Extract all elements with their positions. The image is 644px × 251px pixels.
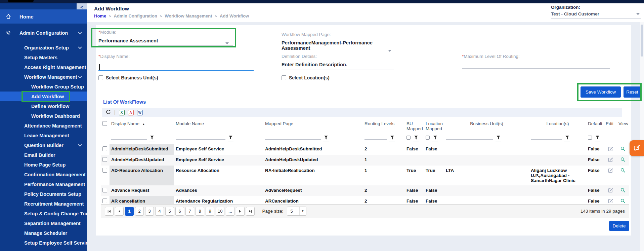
select-location-checkbox[interactable]: [282, 75, 286, 80]
sidebar-item-question-builder[interactable]: Question Builder: [0, 140, 87, 150]
view-icon[interactable]: [620, 146, 626, 152]
module-value[interactable]: Performance Assessment: [98, 38, 233, 43]
column-header-location-mapped[interactable]: Location Mapped: [426, 121, 443, 131]
row-checkbox[interactable]: [102, 146, 107, 151]
column-header-edit[interactable]: Edit: [606, 121, 613, 126]
edit-icon[interactable]: [608, 146, 613, 152]
page-button-5[interactable]: 5: [165, 207, 174, 216]
organization-select[interactable]: Test - Cloud Customer: [551, 11, 641, 19]
view-icon[interactable]: [620, 199, 626, 205]
first-page-button[interactable]: [105, 207, 114, 216]
filter-input-routing-levels[interactable]: [364, 135, 387, 140]
sidebar-item-setup-config-change-trac[interactable]: Setup & Config Change Trac...: [0, 209, 87, 218]
sidebar-item-admin-configuration[interactable]: Admin Configuration: [0, 28, 87, 38]
filter-checkbox-default[interactable]: [588, 136, 592, 140]
column-header-module-name[interactable]: Module Name: [176, 121, 204, 126]
column-header-view[interactable]: View: [618, 121, 628, 126]
page-button-6[interactable]: 6: [175, 207, 184, 216]
sidebar-item-add-workflow[interactable]: Add Workflow: [0, 92, 87, 101]
page-button-10[interactable]: 10: [216, 207, 224, 216]
filter-funnel-icon[interactable]: [496, 135, 501, 142]
feedback-button[interactable]: [630, 140, 644, 156]
display-name-input[interactable]: [98, 59, 254, 71]
edit-icon[interactable]: [608, 199, 613, 205]
last-page-button[interactable]: [246, 207, 255, 216]
column-header-bu-mapped[interactable]: BU Mapped: [406, 121, 423, 131]
filter-funnel-icon[interactable]: [595, 135, 600, 142]
page-button-4[interactable]: 4: [155, 207, 164, 216]
row-checkbox[interactable]: [102, 157, 107, 162]
page-scrollbar[interactable]: [640, 22, 644, 251]
filter-funnel-icon[interactable]: [432, 135, 438, 142]
scrollbar-thumb[interactable]: [641, 25, 643, 57]
row-checkbox[interactable]: [102, 199, 107, 203]
sidebar-item-setup-masters[interactable]: Setup Masters: [0, 52, 87, 62]
sidebar-item-access-right-management[interactable]: Access Right Management: [0, 62, 87, 72]
filter-funnel-icon[interactable]: [389, 135, 395, 142]
sidebar-item-workflow-dashboard[interactable]: Workflow Dashboard: [0, 111, 87, 121]
filter-funnel-icon[interactable]: [413, 135, 419, 142]
page-button-9[interactable]: 9: [206, 207, 214, 216]
page-button-7[interactable]: 7: [185, 207, 194, 216]
filter-input-module-name[interactable]: [176, 135, 225, 140]
column-header-mapped-page[interactable]: Mapped Page: [265, 121, 293, 126]
filter-input-location-s[interactable]: [531, 135, 562, 140]
edit-icon[interactable]: [608, 157, 613, 163]
sidebar-item-attendance-management[interactable]: Attendance Management: [0, 121, 87, 131]
sidebar-item-manage-scheduler[interactable]: Manage Scheduler: [0, 228, 87, 238]
view-icon[interactable]: [620, 188, 626, 194]
export-word-icon[interactable]: W: [137, 110, 143, 115]
save-workflow-button[interactable]: Save Workflow: [581, 86, 621, 98]
max-routing-input[interactable]: [462, 68, 610, 69]
row-checkbox[interactable]: [102, 188, 107, 192]
column-header-location-s[interactable]: Location(s): [547, 121, 569, 126]
column-header-business-unit-s[interactable]: Business Unit(s): [470, 121, 503, 126]
sidebar-item-home-page-setup[interactable]: Home Page Setup: [0, 160, 87, 170]
view-icon[interactable]: [620, 168, 626, 174]
filter-input-business-unit-s[interactable]: [446, 135, 493, 140]
page-button-2[interactable]: 2: [135, 207, 144, 216]
sidebar-item-email-builder[interactable]: Email Builder: [0, 150, 87, 160]
mapped-page-value[interactable]: PerformanceManagement-Performance Assess…: [282, 40, 394, 51]
sidebar-item-performance-management[interactable]: Performance Management: [0, 179, 87, 189]
page-button-8[interactable]: 8: [196, 207, 204, 216]
sidebar-item-home[interactable]: Home: [0, 9, 87, 24]
sidebar-item-confirmation-management[interactable]: Confirmation Management: [0, 170, 87, 179]
page-button-3[interactable]: 3: [145, 207, 154, 216]
prev-page-button[interactable]: [115, 207, 124, 216]
column-header-display-name[interactable]: Display Name: [111, 121, 139, 126]
filter-checkbox-location-mapped[interactable]: [426, 136, 430, 140]
filter-input-display-name[interactable]: [111, 135, 147, 140]
row-checkbox[interactable]: [102, 168, 107, 173]
chevron-down-icon[interactable]: [388, 50, 391, 52]
sidebar-item-leave-management[interactable]: Leave Management: [0, 131, 87, 140]
breadcrumb-item-home[interactable]: Home: [94, 13, 106, 19]
edit-icon[interactable]: [608, 168, 613, 174]
filter-checkbox-bu-mapped[interactable]: [406, 136, 411, 140]
export-excel-icon[interactable]: X: [119, 110, 125, 115]
definition-input[interactable]: Enter Definition Description.: [282, 62, 394, 67]
chevron-down-icon[interactable]: [225, 42, 229, 44]
filter-funnel-icon[interactable]: [564, 135, 570, 142]
export-pdf-icon[interactable]: A: [128, 110, 134, 115]
page-button-1[interactable]: 1: [125, 207, 134, 216]
view-icon[interactable]: [620, 157, 626, 163]
sidebar-item-define-workflow[interactable]: Define Workflow: [0, 101, 87, 111]
page-ellipsis-button[interactable]: ...: [226, 207, 234, 216]
edit-icon[interactable]: [608, 188, 613, 194]
sidebar-item-organization-setup[interactable]: Organization Setup: [0, 43, 87, 52]
next-page-button[interactable]: [236, 207, 245, 216]
delete-button[interactable]: Delete: [609, 221, 629, 231]
refresh-icon[interactable]: [106, 109, 111, 116]
sidebar-item-recruitment-management[interactable]: Recruitment Management: [0, 199, 87, 209]
sidebar-item-setup-employee-self-service[interactable]: Setup Employee Self Service: [0, 238, 87, 248]
filter-funnel-icon[interactable]: [323, 135, 329, 142]
column-header-routing-levels[interactable]: Routing Levels: [364, 121, 394, 126]
filter-funnel-icon[interactable]: [228, 135, 233, 142]
column-header-default[interactable]: Default: [588, 121, 602, 126]
reset-button[interactable]: Reset: [624, 86, 641, 98]
select-all-checkbox[interactable]: [102, 121, 107, 126]
filter-input-mapped-page[interactable]: [265, 135, 321, 140]
sidebar-item-workflow-group-setup[interactable]: Workflow Group Setup: [0, 82, 87, 92]
sidebar-item-policy-documents-setup[interactable]: Policy Documents Setup: [0, 189, 87, 199]
